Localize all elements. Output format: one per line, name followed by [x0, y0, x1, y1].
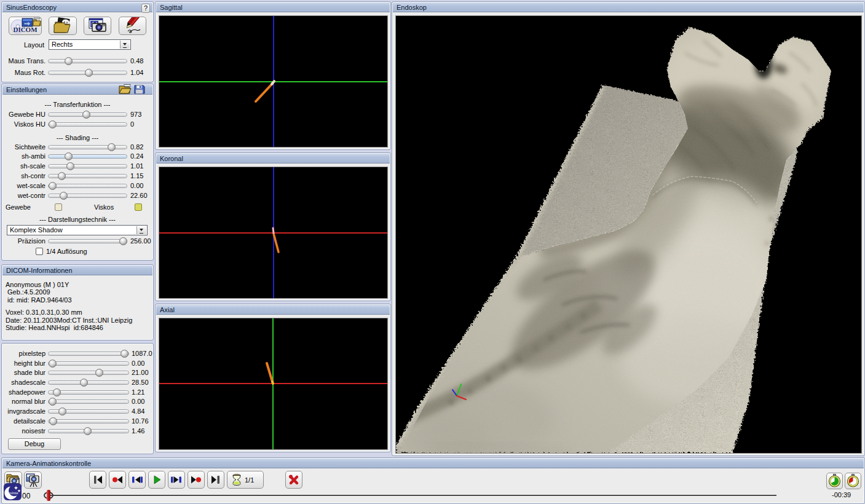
svg-text:DICOM: DICOM — [13, 26, 38, 33]
svg-text:1/1: 1/1 — [245, 476, 254, 484]
svg-text:luxinia: luxinia — [7, 490, 18, 495]
